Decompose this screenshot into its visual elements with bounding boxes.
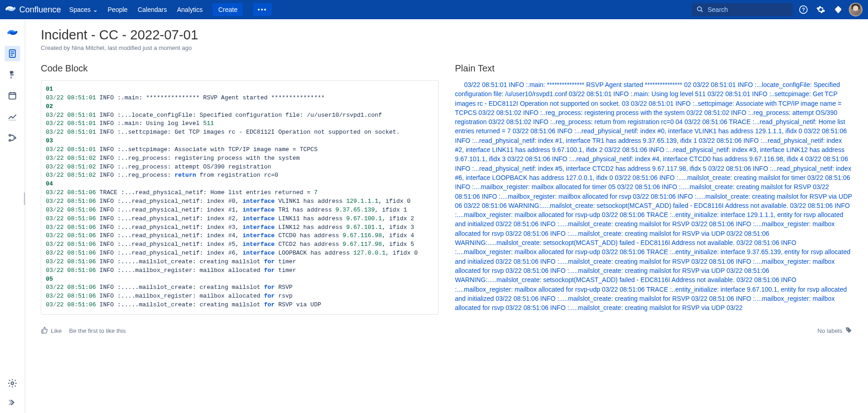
code-line: 03/22 08:51:06 INFO :...read_physical_ne… xyxy=(46,215,434,223)
code-block[interactable]: 0103/22 08:51:01 INFO :.main: **********… xyxy=(41,80,439,315)
code-line: 03/22 08:51:01 INFO :..settcpimage: Get … xyxy=(46,128,434,137)
rail-settings[interactable] xyxy=(5,375,20,391)
like-button[interactable]: Like xyxy=(41,326,62,335)
help-button[interactable]: ? xyxy=(797,3,810,16)
code-line: 03/22 08:51:06 INFO :...read_physical_ne… xyxy=(46,249,434,258)
chevron-down-icon xyxy=(93,7,98,12)
no-labels-text: No labels xyxy=(818,327,842,334)
rail-pages[interactable] xyxy=(5,46,20,61)
code-line: 01 xyxy=(46,85,434,94)
profile-button[interactable] xyxy=(849,3,863,16)
svg-point-0 xyxy=(698,6,702,11)
page-content: Incident - CC - 2022-07-01 Created by Ni… xyxy=(25,19,868,413)
code-line: 03/22 08:51:06 INFO :....mailbox_registe… xyxy=(46,292,434,301)
rail-calendar[interactable] xyxy=(5,88,20,103)
code-line: 03/22 08:51:06 INFO :...read_physical_ne… xyxy=(46,240,434,249)
code-line: 03/22 08:51:06 INFO :.....mailslot_creat… xyxy=(46,258,434,266)
rail-confluence-icon[interactable] xyxy=(5,25,20,40)
svg-point-15 xyxy=(14,137,16,139)
section-plain-text-title: Plain Text xyxy=(455,63,852,74)
code-line: 03/22 08:51:06 INFO :....mailbox_registe… xyxy=(46,266,434,275)
nav-analytics-label: Analytics xyxy=(177,6,203,13)
code-line: 03/22 08:51:06 INFO :...read_physical_ne… xyxy=(46,223,434,232)
code-line: 05 xyxy=(46,275,434,284)
section-code-block-title: Code Block xyxy=(41,63,439,74)
labels-area[interactable]: No labels xyxy=(818,326,852,335)
nav-people[interactable]: People xyxy=(108,6,128,13)
nav-calendars[interactable]: Calendars xyxy=(137,6,167,13)
brand[interactable]: Confluence xyxy=(5,4,61,16)
code-line: 03/22 08:51:02 INFO :..reg_process: atte… xyxy=(46,163,434,172)
search-input[interactable] xyxy=(707,5,788,14)
create-button[interactable]: Create xyxy=(213,3,243,16)
plain-text-body: 03/22 08:51:01 INFO :.main: ************… xyxy=(455,80,852,312)
like-status: Be the first to like this xyxy=(69,327,126,334)
code-line: 03/22 08:51:01 INFO :..settcpimage: Asso… xyxy=(46,146,434,154)
byline-prefix: Created by xyxy=(41,44,71,51)
svg-text:❞: ❞ xyxy=(10,71,13,78)
svg-rect-9 xyxy=(9,93,16,99)
page-title: Incident - CC - 2022-07-01 xyxy=(41,27,852,43)
like-label: Like xyxy=(51,327,62,334)
code-line: 03/22 08:51:06 INFO :...read_physical_ne… xyxy=(46,206,434,215)
left-rail: ❞ xyxy=(0,19,25,413)
rail-analytics[interactable] xyxy=(5,109,20,125)
code-line: 04 xyxy=(46,180,434,189)
code-line: 03/22 08:51:01 INFO :.main: ************… xyxy=(46,94,434,103)
tag-icon xyxy=(845,326,852,335)
primary-nav: Spaces People Calendars Analytics Create… xyxy=(69,3,272,16)
page-footer: Like Be the first to like this No labels xyxy=(41,326,852,335)
search-icon xyxy=(697,6,703,14)
confluence-icon xyxy=(5,4,16,16)
nav-spaces-label: Spaces xyxy=(69,6,91,13)
svg-text:?: ? xyxy=(802,7,805,12)
rail-expand[interactable] xyxy=(5,395,20,410)
svg-point-14 xyxy=(9,140,11,141)
rail-space-settings[interactable] xyxy=(5,130,20,146)
code-line: 03 xyxy=(46,137,434,146)
sidebar-collapse-handle[interactable] xyxy=(24,192,25,205)
svg-line-1 xyxy=(701,10,703,12)
code-line: 03/22 08:51:06 INFO :...read_physical_ne… xyxy=(46,232,434,240)
search-box[interactable] xyxy=(692,3,793,16)
nav-calendars-label: Calendars xyxy=(137,6,167,13)
code-line: 03/22 08:51:06 INFO :.....mailslot_creat… xyxy=(46,301,434,310)
notifications-button[interactable] xyxy=(831,3,845,16)
page-byline: Created by Nina Mitchel, last modified j… xyxy=(41,44,852,51)
code-line: 03/22 08:51:06 INFO :...read_physical_ne… xyxy=(46,197,434,206)
code-line: 03/22 08:51:06 INFO :.....mailslot_creat… xyxy=(46,283,434,292)
nav-people-label: People xyxy=(108,6,128,13)
byline-suffix: , last modified just a moment ago xyxy=(104,44,192,51)
code-line: 03/22 08:51:06 TRACE :...read_physical_n… xyxy=(46,189,434,197)
nav-analytics[interactable]: Analytics xyxy=(177,6,203,13)
code-line: 03/22 08:51:02 INFO :..reg_process: retu… xyxy=(46,171,434,180)
more-menu-button[interactable]: ••• xyxy=(253,3,272,16)
thumbs-up-icon xyxy=(41,326,48,335)
brand-label: Confluence xyxy=(19,5,61,15)
avatar xyxy=(849,3,863,16)
code-line: 02 xyxy=(46,103,434,111)
byline-author-link[interactable]: Nina Mitchel xyxy=(71,44,104,51)
code-line: 03/22 08:51:02 INFO :..reg_process: regi… xyxy=(46,154,434,163)
nav-spaces[interactable]: Spaces xyxy=(69,6,98,13)
svg-point-16 xyxy=(11,382,14,385)
code-line: 03/22 08:51:01 INFO :...locate_configFil… xyxy=(46,111,434,120)
top-nav: Confluence Spaces People Calendars Analy… xyxy=(0,0,868,19)
code-line: 03/22 08:51:01 INFO :.main: Using log le… xyxy=(46,120,434,128)
svg-point-13 xyxy=(9,135,11,136)
rail-blog[interactable]: ❞ xyxy=(5,67,20,82)
settings-button[interactable] xyxy=(814,3,828,16)
